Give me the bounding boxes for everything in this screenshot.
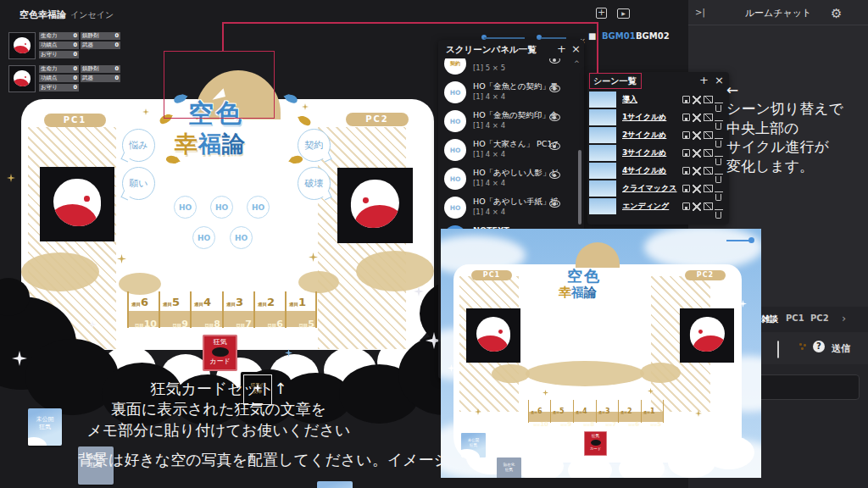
- scene-row[interactable]: 3サイクルめ: [587, 144, 729, 163]
- cut-icon[interactable]: [693, 131, 701, 140]
- scene-row[interactable]: 導入: [587, 91, 729, 109]
- scene-thumb[interactable]: [589, 163, 616, 179]
- preview-slider-handle[interactable]: [748, 237, 754, 243]
- card-unrevealed-madness[interactable]: 未公開狂気: [28, 408, 62, 446]
- stat-box[interactable]: 鎮静剤0: [81, 32, 120, 40]
- eye-icon[interactable]: [549, 142, 560, 150]
- stat-box[interactable]: 生命力0: [39, 65, 79, 73]
- scene-row[interactable]: エンディング: [587, 197, 729, 216]
- stat-box[interactable]: 武器0: [81, 42, 120, 49]
- scene-link[interactable]: 4サイクルめ: [622, 162, 666, 180]
- ho-circle[interactable]: HO: [210, 196, 233, 219]
- add-panel-icon[interactable]: [596, 8, 607, 19]
- eye-icon[interactable]: [549, 85, 560, 92]
- chevron-right-icon[interactable]: ›: [842, 312, 846, 324]
- add-icon[interactable]: +: [699, 74, 709, 86]
- save-icon[interactable]: [682, 149, 690, 157]
- scene-link[interactable]: 1サイクルめ: [622, 108, 666, 126]
- cut-icon[interactable]: [693, 185, 701, 193]
- preview-slider-track[interactable]: [726, 240, 750, 241]
- tab-pc1[interactable]: PC1: [786, 313, 804, 323]
- scene-link[interactable]: 3サイクルめ: [622, 144, 666, 162]
- bgm-track-2[interactable]: BGM02: [636, 31, 670, 41]
- tab-pc2[interactable]: PC2: [810, 313, 829, 323]
- cut-icon[interactable]: [693, 167, 701, 175]
- send-button[interactable]: 送信: [832, 342, 850, 355]
- stat-box[interactable]: 鎮静剤0: [81, 65, 120, 73]
- scroll-up-icon[interactable]: ^: [574, 60, 580, 68]
- tab-zatsudan[interactable]: 雑談: [761, 313, 778, 325]
- scene-thumb[interactable]: [589, 145, 616, 161]
- scene-row[interactable]: 4サイクルめ: [587, 162, 729, 180]
- gear-icon[interactable]: [831, 5, 842, 21]
- pc1-tag[interactable]: PC1: [44, 114, 106, 127]
- scene-link[interactable]: 2サイクルめ: [622, 126, 666, 144]
- image-off-icon[interactable]: [704, 202, 713, 210]
- eye-icon[interactable]: [549, 200, 560, 208]
- add-icon[interactable]: +: [557, 42, 566, 55]
- help-icon[interactable]: ?: [813, 341, 825, 352]
- pc2-portrait-panel[interactable]: [337, 168, 413, 243]
- save-icon[interactable]: [682, 114, 690, 121]
- ho-circle[interactable]: HO: [192, 226, 215, 249]
- scene-row[interactable]: 2サイクルめ: [587, 126, 729, 145]
- stat-box[interactable]: お守り0: [39, 84, 79, 92]
- scene-thumb[interactable]: [589, 198, 616, 214]
- list-icon[interactable]: [777, 341, 779, 358]
- close-icon[interactable]: ×: [715, 74, 724, 86]
- cut-in-icon[interactable]: [617, 8, 630, 19]
- image-off-icon[interactable]: [704, 185, 713, 192]
- bubble-keiyaku[interactable]: 契約: [298, 129, 331, 162]
- scene-link[interactable]: 導入: [622, 91, 637, 108]
- eye-icon[interactable]: [549, 114, 560, 121]
- image-off-icon[interactable]: [704, 131, 713, 139]
- scene-link[interactable]: クライマックス: [622, 180, 676, 197]
- panel-item[interactable]: HO HO「金魚との契約」果た… [1] 4 × 4: [438, 80, 584, 108]
- trash-icon[interactable]: [715, 212, 721, 219]
- ho-circle[interactable]: HO: [247, 196, 270, 219]
- save-icon[interactable]: [682, 185, 690, 192]
- bgm-stop-button[interactable]: ■: [588, 31, 596, 41]
- scene-link[interactable]: エンディング: [622, 197, 669, 215]
- panel-item[interactable]: HO HO「あやしい人影」どこ… [1] 4 × 4: [438, 166, 584, 195]
- panel-item[interactable]: HO HO「金魚の契約印」金魚… [1] 4 × 4: [438, 108, 584, 137]
- cut-icon[interactable]: [693, 202, 701, 211]
- cut-icon[interactable]: [693, 96, 701, 104]
- character-avatar[interactable]: [8, 65, 36, 92]
- stat-box[interactable]: 武器0: [81, 75, 120, 82]
- image-off-icon[interactable]: [704, 149, 713, 157]
- card-unrevealed-madness[interactable]: 未公開狂気: [317, 481, 353, 488]
- scene-row[interactable]: 1サイクルめ: [587, 108, 729, 127]
- panel-item[interactable]: HO HO「大家さん」 PC1の住… [1] 4 × 4: [438, 137, 584, 166]
- bgm-track-1[interactable]: BGM01: [602, 31, 636, 41]
- cycle-track[interactable]: 週目6 週目5 週目4 週目3 週目2 週目1 日目10 日目9 日目8 日目7…: [127, 291, 317, 328]
- save-icon[interactable]: [682, 202, 690, 210]
- image-off-icon[interactable]: [704, 114, 713, 121]
- stat-box[interactable]: お守り0: [39, 51, 79, 58]
- board-preview-image[interactable]: PC1 PC2 空色 幸福論 週目6 週目5 週目4 週目3 週目2 週目1 日…: [441, 229, 761, 478]
- close-icon[interactable]: ×: [571, 42, 581, 55]
- scene-thumb[interactable]: [589, 92, 616, 108]
- bgm-volume-track[interactable]: [484, 37, 525, 39]
- pc1-portrait-panel[interactable]: [40, 167, 114, 241]
- cut-icon[interactable]: [693, 114, 701, 122]
- ho-circle[interactable]: HO: [174, 196, 197, 219]
- save-icon[interactable]: [682, 96, 690, 103]
- ho-circle[interactable]: HO: [230, 226, 253, 249]
- stat-box[interactable]: 生命力0: [39, 32, 79, 40]
- stat-box[interactable]: 功績点0: [39, 42, 79, 49]
- save-icon[interactable]: [682, 167, 690, 175]
- madness-card-front[interactable]: 狂気カード: [203, 335, 237, 371]
- save-icon[interactable]: [682, 131, 690, 139]
- se-volume-track[interactable]: [541, 37, 566, 39]
- bubble-negai[interactable]: 願い: [122, 167, 155, 200]
- image-off-icon[interactable]: [704, 96, 713, 103]
- stat-box[interactable]: 功績点0: [39, 75, 79, 82]
- scene-row[interactable]: クライマックス: [587, 180, 729, 198]
- scene-thumb[interactable]: [589, 109, 616, 125]
- scene-thumb[interactable]: [589, 127, 616, 143]
- bubble-nayami[interactable]: 悩み: [122, 129, 155, 162]
- cut-icon[interactable]: [693, 149, 701, 158]
- pc2-tag[interactable]: PC2: [346, 113, 409, 126]
- eye-icon[interactable]: [549, 171, 560, 179]
